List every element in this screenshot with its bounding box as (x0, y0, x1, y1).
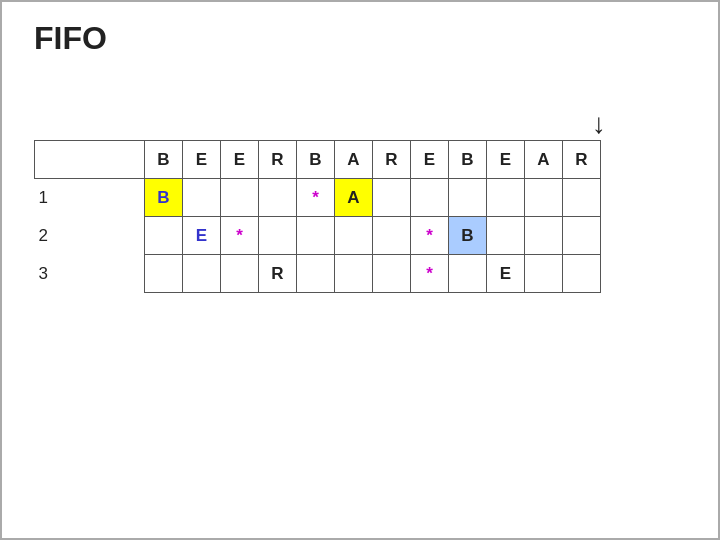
cell-r1-c9 (487, 217, 525, 255)
cell-r1-c3 (259, 217, 297, 255)
cell-r0-c10 (525, 179, 563, 217)
cell-r1-c11 (563, 217, 601, 255)
cell-r0-c5: A (335, 179, 373, 217)
header-cell-10: A (525, 141, 563, 179)
cell-r0-c6 (373, 179, 411, 217)
arrow-indicator: ↓ (2, 110, 718, 138)
cell-r2-c7: * (411, 255, 449, 293)
cell-r0-c4: * (297, 179, 335, 217)
header-cell-8: B (449, 141, 487, 179)
page-title: FIFO (2, 2, 718, 57)
column-label-header (35, 141, 145, 179)
cell-r1-c0 (145, 217, 183, 255)
cell-r0-c9 (487, 179, 525, 217)
cell-r1-c6 (373, 217, 411, 255)
cell-r2-c10 (525, 255, 563, 293)
cell-r1-c8: B (449, 217, 487, 255)
table-row: 1B*A (35, 179, 601, 217)
header-cell-6: R (373, 141, 411, 179)
header-cell-4: B (297, 141, 335, 179)
cell-r1-c5 (335, 217, 373, 255)
row-label-0: 1 (35, 179, 145, 217)
header-cell-0: B (145, 141, 183, 179)
header-cell-5: A (335, 141, 373, 179)
cell-r1-c7: * (411, 217, 449, 255)
header-cell-1: E (183, 141, 221, 179)
fifo-table: BEERBAREBEAR 1B*A2E**B3R*E (34, 140, 601, 293)
table-row: 2E**B (35, 217, 601, 255)
cell-r0-c11 (563, 179, 601, 217)
cell-r0-c8 (449, 179, 487, 217)
cell-r2-c1 (183, 255, 221, 293)
cell-r2-c4 (297, 255, 335, 293)
cell-r0-c2 (221, 179, 259, 217)
header-cell-2: E (221, 141, 259, 179)
cell-r1-c4 (297, 217, 335, 255)
row-label-2: 3 (35, 255, 145, 293)
fifo-table-area: BEERBAREBEAR 1B*A2E**B3R*E (34, 140, 601, 293)
cell-r2-c2 (221, 255, 259, 293)
cell-r2-c3: R (259, 255, 297, 293)
header-cell-7: E (411, 141, 449, 179)
header-cell-9: E (487, 141, 525, 179)
cell-r1-c2: * (221, 217, 259, 255)
cell-r2-c6 (373, 255, 411, 293)
cell-r0-c0: B (145, 179, 183, 217)
cell-r2-c0 (145, 255, 183, 293)
cell-r2-c5 (335, 255, 373, 293)
cell-r2-c11 (563, 255, 601, 293)
cell-r0-c7 (411, 179, 449, 217)
header-cell-3: R (259, 141, 297, 179)
cell-r0-c3 (259, 179, 297, 217)
down-arrow-icon: ↓ (592, 110, 606, 138)
table-header-row: BEERBAREBEAR (35, 141, 601, 179)
cell-r1-c10 (525, 217, 563, 255)
header-cell-11: R (563, 141, 601, 179)
cell-r1-c1: E (183, 217, 221, 255)
cell-r0-c1 (183, 179, 221, 217)
cell-r2-c9: E (487, 255, 525, 293)
table-row: 3R*E (35, 255, 601, 293)
cell-r2-c8 (449, 255, 487, 293)
row-label-1: 2 (35, 217, 145, 255)
